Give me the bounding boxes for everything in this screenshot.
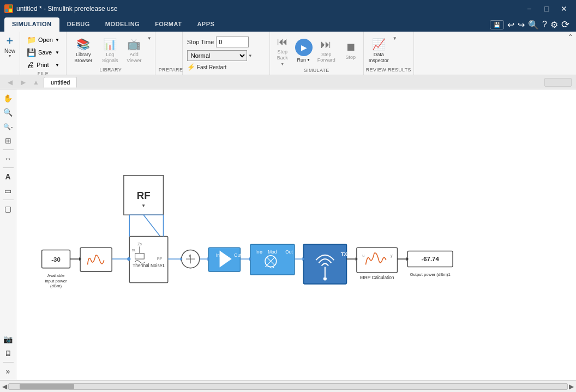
review-group-label: REVIEW RESULTS — [366, 67, 411, 74]
save-ribbon-btn[interactable]: 💾 — [490, 20, 504, 29]
arrow-amp-mod — [249, 257, 251, 261]
undo-btn[interactable]: ↩ — [507, 20, 514, 30]
tab-apps[interactable]: APPS — [189, 17, 222, 32]
ribbon-collapse-btn[interactable]: ⌃ — [565, 32, 576, 75]
scrollbar-thumb — [20, 384, 74, 389]
input-block-body[interactable] — [42, 250, 70, 268]
screen-tool-button[interactable]: 🖥 — [2, 347, 15, 360]
save-arrow-icon: ▼ — [55, 50, 59, 55]
mod-x-1 — [267, 257, 275, 266]
output-value-label: -67.74 — [421, 256, 439, 262]
print-arrow-icon: ▼ — [55, 63, 59, 68]
fcn2-block-body[interactable] — [357, 248, 398, 273]
connect-tool-button[interactable]: ↔ — [2, 152, 15, 165]
thermal-block-body[interactable] — [129, 237, 167, 283]
folder-icon: 📁 — [27, 35, 36, 44]
canvas[interactable]: RF ▼ -30 Available input power (dBm) u y — [16, 89, 576, 380]
amp-block-body[interactable] — [208, 248, 240, 272]
output-sublabel: Output power (dBm)1 — [410, 272, 450, 277]
stop-button[interactable]: ⏹ Stop — [340, 39, 361, 62]
print-button[interactable]: 🖨 Print ▼ — [23, 59, 63, 71]
stop-time-label: Stop Time — [187, 39, 214, 45]
maximize-button[interactable]: □ — [539, 3, 554, 14]
nav-back-button[interactable]: ◀ — [4, 77, 15, 88]
new-label: New — [4, 48, 15, 54]
scroll-left-button[interactable]: ◀ — [2, 383, 7, 390]
run-dropdown-icon[interactable]: ▼ — [307, 58, 310, 62]
tab-debug[interactable]: DEBUG — [59, 17, 98, 32]
run-icon: ▶ — [301, 43, 307, 52]
run-button[interactable]: ▶ — [295, 39, 313, 56]
mod-block-body[interactable] — [250, 244, 295, 275]
mod-wave-icon — [265, 266, 274, 268]
rf-to-thermal-wire — [143, 215, 163, 240]
tx-antenna-inner — [322, 263, 328, 266]
simulate-group: ⏮ Step Back ▼ ▶ Run ▼ ⏭ Step Forward ⏹ S… — [270, 32, 364, 75]
tx-block-body[interactable] — [303, 244, 346, 284]
tab-format[interactable]: FORMAT — [147, 17, 189, 32]
hand-tool-button[interactable]: ✋ — [2, 92, 15, 105]
thermal-rf-label: RF — [157, 256, 163, 261]
tab-simulation[interactable]: SIMULATION — [4, 17, 59, 32]
stop-time-input[interactable] — [216, 37, 249, 47]
toolbar-separator-2 — [3, 167, 14, 168]
redo-btn[interactable]: ↪ — [518, 20, 525, 30]
horizontal-scrollbar[interactable] — [8, 383, 568, 390]
camera-tool-button[interactable]: 📷 — [2, 333, 15, 346]
ribbon-tabs: SIMULATION DEBUG MODELING FORMAT APPS 💾 … — [0, 17, 576, 32]
search-icon[interactable]: 🔍 — [528, 20, 539, 30]
nav-forward-button[interactable]: ▶ — [17, 77, 28, 88]
help-btn[interactable]: ? — [542, 20, 547, 29]
arrow-tx-eirp — [356, 257, 358, 261]
fcn2-y-label: y — [391, 253, 393, 258]
zoom-out-button[interactable]: 🔍- — [2, 120, 15, 133]
thermal-zs-label: Zs — [137, 242, 142, 246]
step-forward-icon: ⏭ — [321, 38, 332, 51]
svg-rect-1 — [9, 5, 12, 8]
save-button[interactable]: 💾 Save ▼ — [23, 46, 63, 58]
thermal-resistor — [135, 254, 145, 259]
step-forward-button[interactable]: ⏭ Step Forward — [315, 37, 338, 65]
close-button[interactable]: ✕ — [556, 3, 572, 14]
window-title: untitled * - Simulink prerelease use — [16, 5, 117, 13]
sum-block[interactable] — [182, 250, 200, 268]
ribbon-collapse-icon[interactable]: ⌃ — [567, 33, 574, 41]
minimize-button[interactable]: − — [521, 3, 537, 14]
simulation-mode-select[interactable]: Normal Accelerator Rapid Accelerator — [187, 50, 247, 61]
data-inspector-button[interactable]: 📈 Data Inspector — [366, 36, 392, 65]
library-browser-button[interactable]: 📚 Library Browser — [70, 36, 97, 65]
mini-map — [544, 78, 572, 87]
log-signals-button[interactable]: 📊 Log Signals — [99, 36, 121, 65]
tx-label: TX — [341, 251, 348, 257]
new-button[interactable]: + New ▼ — [0, 32, 20, 75]
library-expand-icon[interactable]: ▼ — [147, 34, 152, 41]
arrow-thermal-sum — [181, 257, 183, 261]
mode-expand-icon[interactable]: ▼ — [248, 53, 253, 58]
add-viewer-button[interactable]: 📺 Add Viewer — [123, 36, 145, 65]
nav-up-button[interactable]: ▲ — [31, 77, 41, 88]
tab-modeling[interactable]: MODELING — [98, 17, 147, 32]
document-tab[interactable]: untitled — [44, 77, 77, 88]
scroll-right-button[interactable]: ▶ — [569, 383, 574, 390]
open-button[interactable]: 📁 Open ▼ — [23, 34, 63, 46]
expand-left-button[interactable]: » — [2, 365, 15, 378]
run-split: ▶ Run ▼ — [295, 39, 313, 63]
arrow-input-fcn1 — [79, 257, 81, 261]
step-back-button[interactable]: ⏮ Step Back ▼ — [272, 34, 293, 68]
arrow-fcn1-thermal — [128, 257, 130, 261]
fcn2-u-label: u — [362, 253, 364, 258]
text-tool-button[interactable]: A — [2, 170, 15, 183]
output-block-body[interactable] — [407, 251, 453, 267]
app-icon — [4, 4, 13, 13]
fcn2-wave-icon — [365, 253, 386, 265]
select-tool-button[interactable]: ▢ — [2, 202, 15, 215]
zoom-in-button[interactable]: 🔍 — [2, 106, 15, 119]
left-toolbar: ✋ 🔍 🔍- ⊞ ↔ A ▭ ▢ 📷 🖥 » — [0, 89, 16, 380]
fcn1-block-body[interactable] — [80, 248, 112, 272]
rf-block-body[interactable] — [124, 176, 164, 215]
review-expand-icon[interactable]: ▼ — [393, 34, 397, 41]
fit-view-button[interactable]: ⊞ — [2, 134, 15, 147]
refresh-icon[interactable]: ⟳ — [561, 19, 569, 31]
annotation-tool-button[interactable]: ▭ — [2, 184, 15, 197]
settings-icon[interactable]: ⚙ — [550, 20, 558, 30]
